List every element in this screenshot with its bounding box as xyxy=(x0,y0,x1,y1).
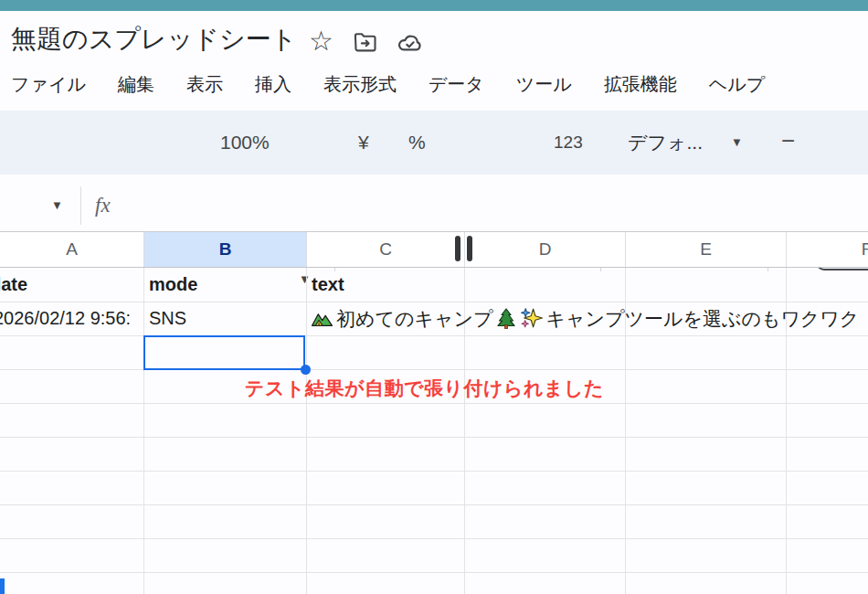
formula-bar-divider xyxy=(80,186,81,225)
document-title[interactable]: 無題のスプレッドシート xyxy=(11,22,297,57)
cell-c1[interactable]: text xyxy=(312,268,463,302)
menu-help[interactable]: ヘルプ xyxy=(709,72,765,97)
annotation-text: テスト結果が自動で張り付けられました xyxy=(245,376,604,401)
column-header-d[interactable]: D xyxy=(464,232,625,267)
column-header-f[interactable]: F xyxy=(786,232,868,267)
star-icon[interactable]: ☆ xyxy=(309,27,336,55)
gridline-h xyxy=(0,369,868,370)
gridline-h xyxy=(0,538,868,539)
cell-a2[interactable]: 2026/02/12 9:56: xyxy=(0,302,143,335)
window-accent-bar xyxy=(0,0,868,11)
percent-format-button[interactable]: % xyxy=(408,111,426,175)
font-caret-icon[interactable]: ▼ xyxy=(731,111,743,175)
cell-b2[interactable]: SNS xyxy=(149,302,302,335)
decrease-font-size-button[interactable]: − xyxy=(781,111,795,171)
more-formats-button[interactable]: 123 xyxy=(554,111,583,175)
zoom-select[interactable]: 100% xyxy=(220,111,270,175)
gridline-h xyxy=(0,403,868,404)
font-select[interactable]: デフォ... xyxy=(628,111,703,175)
currency-format-button[interactable]: ¥ xyxy=(358,111,369,175)
menu-view[interactable]: 表示 xyxy=(186,72,223,97)
menu-insert[interactable]: 挿入 xyxy=(255,72,291,97)
selection-edge-mark xyxy=(0,578,5,594)
column-resize-indicator[interactable] xyxy=(467,236,472,261)
menu-edit[interactable]: 編集 xyxy=(118,72,154,97)
column-header-b[interactable]: B xyxy=(143,232,306,267)
menu-extensions[interactable]: 拡張機能 xyxy=(604,72,677,97)
fill-handle[interactable] xyxy=(301,365,311,375)
toolbar: 100% ▼ ¥ % .0 ← .00 → 123 デフォ... ▼ − 10 xyxy=(0,111,868,175)
cell-c2[interactable]: 初めてのキャンプ キャンプツールを選ぶのもワクワク xyxy=(311,302,868,335)
gridline-v xyxy=(143,268,144,594)
gridline-h xyxy=(0,572,868,573)
cloud-saved-icon[interactable] xyxy=(397,30,424,58)
gridline-h xyxy=(0,504,868,505)
namebox-caret-icon[interactable]: ▼ xyxy=(51,198,63,212)
column-header-c[interactable]: C xyxy=(306,232,464,267)
fx-icon: fx xyxy=(95,194,111,217)
menu-bar: ファイル 編集 表示 挿入 表示形式 データ ツール 拡張機能 ヘルプ xyxy=(11,72,765,97)
gridline-h xyxy=(0,437,868,438)
sparkles-icon xyxy=(520,307,543,330)
column-header-a[interactable]: A xyxy=(0,232,143,267)
move-folder-icon[interactable] xyxy=(353,30,380,58)
column-header-e[interactable]: E xyxy=(625,232,786,267)
selected-cell-b3[interactable] xyxy=(143,335,305,370)
menu-file[interactable]: ファイル xyxy=(11,72,86,97)
cell-c2-text: 初めてのキャンプ xyxy=(336,302,492,335)
spreadsheet-app: 無題のスプレッドシート ☆ ファイル 編集 表示 挿入 表示形式 データ ツール… xyxy=(0,0,868,594)
menu-format[interactable]: 表示形式 xyxy=(323,72,397,97)
menu-tools[interactable]: ツール xyxy=(516,72,572,97)
gridline-h xyxy=(0,471,868,472)
menu-data[interactable]: データ xyxy=(429,72,484,97)
cell-a1[interactable]: date xyxy=(0,268,143,302)
evergreen-tree-icon xyxy=(495,307,517,330)
column-header-row: A B C D E F xyxy=(0,231,868,268)
column-resize-indicator[interactable] xyxy=(455,236,460,261)
gridline-h xyxy=(0,335,868,336)
cell-b1[interactable]: mode xyxy=(149,268,302,302)
cell-c2-text: キャンプツールを選ぶのもワクワク xyxy=(545,302,859,335)
camping-icon xyxy=(311,307,333,330)
gridline-v xyxy=(306,268,307,594)
